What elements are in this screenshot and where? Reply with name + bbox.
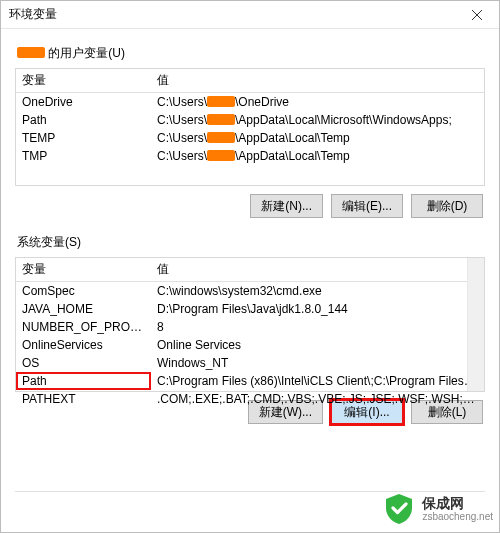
close-icon [472,10,482,20]
var-name: PATHEXT [16,390,151,408]
redacted-username-icon [207,132,235,143]
shield-check-icon [382,492,416,526]
var-name: Path [16,111,151,129]
close-button[interactable] [459,2,495,28]
table-row[interactable]: TMPC:\Users\\AppData\Local\Temp [16,147,484,165]
user-new-button[interactable]: 新建(N)... [250,194,323,218]
var-name: TMP [16,147,151,165]
redacted-username-icon [17,47,45,58]
table-row[interactable]: JAVA_HOMED:\Program Files\Java\jdk1.8.0_… [16,300,484,318]
user-vars-table[interactable]: 变量 值 OneDriveC:\Users\\OneDrivePathC:\Us… [16,69,484,165]
watermark: 保成网 zsbaocheng.net [382,492,493,526]
table-row[interactable]: PathC:\Users\\AppData\Local\Microsoft\Wi… [16,111,484,129]
var-value: D:\Program Files\Java\jdk1.8.0_144 [151,300,484,318]
table-row[interactable]: PATHEXT.COM;.EXE;.BAT;.CMD;.VBS;.VBE;.JS… [16,390,484,408]
system-vars-table[interactable]: 变量 值 ComSpecC:\windows\system32\cmd.exeJ… [16,258,484,408]
var-value: Windows_NT [151,354,484,372]
user-edit-button[interactable]: 编辑(E)... [331,194,403,218]
user-col-name[interactable]: 变量 [16,69,151,93]
var-name: OnlineServices [16,336,151,354]
var-value: C:\Users\\AppData\Local\Microsoft\Window… [151,111,484,129]
system-vars-label: 系统变量(S) [17,234,485,251]
user-delete-button[interactable]: 删除(D) [411,194,483,218]
window-title: 环境变量 [9,6,57,23]
redacted-username-icon [207,114,235,125]
user-col-value[interactable]: 值 [151,69,484,93]
scrollbar[interactable] [467,258,484,391]
watermark-title: 保成网 [422,496,493,511]
sys-col-name[interactable]: 变量 [16,258,151,282]
table-row[interactable]: TEMPC:\Users\\AppData\Local\Temp [16,129,484,147]
user-vars-panel: 变量 值 OneDriveC:\Users\\OneDrivePathC:\Us… [15,68,485,186]
var-name: TEMP [16,129,151,147]
var-name: OS [16,354,151,372]
redacted-username-icon [207,96,235,107]
var-value: C:\Users\\AppData\Local\Temp [151,147,484,165]
system-vars-panel: 变量 值 ComSpecC:\windows\system32\cmd.exeJ… [15,257,485,392]
redacted-username-icon [207,150,235,161]
var-value: 8 [151,318,484,336]
var-name: JAVA_HOME [16,300,151,318]
var-value: C:\Users\\OneDrive [151,93,484,112]
var-name: OneDrive [16,93,151,112]
table-row[interactable]: ComSpecC:\windows\system32\cmd.exe [16,282,484,301]
table-row[interactable]: PathC:\Program Files (x86)\Intel\iCLS Cl… [16,372,484,390]
var-value: C:\Users\\AppData\Local\Temp [151,129,484,147]
table-row[interactable]: OSWindows_NT [16,354,484,372]
var-value: Online Services [151,336,484,354]
sys-col-value[interactable]: 值 [151,258,484,282]
table-row[interactable]: OnlineServicesOnline Services [16,336,484,354]
user-vars-label: 的用户变量(U) [17,45,485,62]
table-row[interactable]: OneDriveC:\Users\\OneDrive [16,93,484,112]
table-row[interactable]: NUMBER_OF_PROCESSORS8 [16,318,484,336]
var-value: C:\windows\system32\cmd.exe [151,282,484,301]
watermark-sub: zsbaocheng.net [422,511,493,522]
var-name: NUMBER_OF_PROCESSORS [16,318,151,336]
var-name: Path [16,372,151,390]
var-value: .COM;.EXE;.BAT;.CMD;.VBS;.VBE;.JS;.JSE;.… [151,390,484,408]
var-value: C:\Program Files (x86)\Intel\iCLS Client… [151,372,484,390]
var-name: ComSpec [16,282,151,301]
